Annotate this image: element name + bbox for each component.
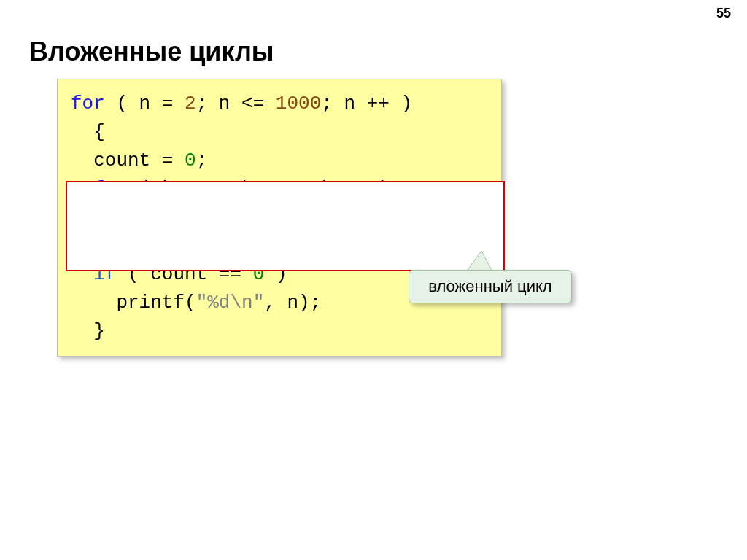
code-zero: 0 [185, 149, 196, 171]
code-text: ; n ++ ) [321, 93, 412, 114]
code-text: ) [298, 206, 321, 228]
code-number: 2 [185, 93, 196, 114]
code-text: , n); [264, 292, 321, 314]
code-text: ) [264, 263, 287, 285]
code-text: count ++; [71, 235, 253, 257]
code-number: 1000 [276, 93, 321, 114]
code-block: for ( n = 2; n <= 1000; n ++ ) { count =… [57, 79, 502, 357]
code-text: { [71, 121, 105, 143]
keyword-for: for [93, 178, 128, 200]
code-number: 2 [207, 178, 219, 200]
code-text: ( n = [105, 93, 185, 114]
keyword-if: if [93, 263, 116, 285]
code-text: ( n % k == [150, 206, 287, 228]
callout-text: вложенный цикл [428, 277, 551, 296]
code-text: ; n <= [196, 93, 276, 114]
code-zero: 0 [287, 206, 298, 228]
page-number: 55 [716, 6, 731, 21]
code-text: count = [71, 149, 185, 171]
code-text: ( k = [128, 178, 207, 200]
code-text: printf( [71, 292, 196, 314]
keyword-for: for [71, 93, 105, 114]
code-text: ; [196, 149, 208, 171]
code-string: "%d\n" [196, 292, 265, 314]
callout-label: вложенный цикл [409, 270, 572, 303]
code-text: ; k < n; k ++ ) [219, 178, 390, 200]
slide-title: Вложенные циклы [29, 36, 274, 67]
keyword-if: if [128, 206, 150, 228]
code-zero: 0 [253, 263, 265, 285]
code-text: ( count == [116, 263, 252, 285]
code-text: } [71, 320, 105, 342]
